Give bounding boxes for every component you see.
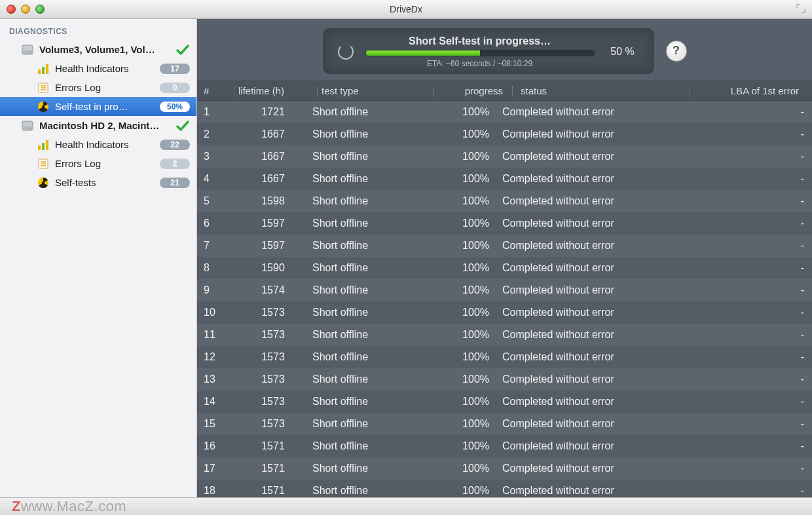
cell-lba: -: [699, 440, 812, 452]
table-row[interactable]: 51598Short offline100%Completed without …: [197, 190, 812, 212]
col-header-progress[interactable]: progress: [437, 85, 512, 96]
cell-type: Short offline: [312, 329, 424, 341]
close-button[interactable]: [7, 5, 16, 14]
cell-index: 14: [197, 396, 234, 408]
sidebar-item-label: Errors Log: [55, 82, 160, 93]
table-row[interactable]: 11721Short offline100%Completed without …: [197, 101, 812, 123]
zoom-button[interactable]: [35, 5, 45, 14]
window-titlebar: DriveDx: [0, 0, 812, 19]
cell-progress: 100%: [424, 329, 498, 341]
sidebar-badge: 50%: [160, 102, 190, 112]
sidebar-item-health[interactable]: Health Indicators22: [0, 135, 196, 154]
col-header-lifetime[interactable]: lifetime (h): [238, 85, 317, 96]
table-row[interactable]: 171571Short offline100%Completed without…: [197, 457, 812, 480]
cell-status: Completed without error: [498, 128, 699, 140]
table-row[interactable]: 91574Short offline100%Completed without …: [197, 279, 812, 301]
table-row[interactable]: 71597Short offline100%Completed without …: [197, 235, 812, 257]
cell-lifetime: 1590: [234, 262, 312, 274]
cell-type: Short offline: [312, 262, 424, 274]
svg-point-14: [30, 128, 31, 129]
cell-type: Short offline: [312, 351, 424, 363]
sidebar-item-label: Self-test in pro…: [55, 101, 160, 112]
table-row[interactable]: 141573Short offline100%Completed without…: [197, 391, 812, 413]
cell-index: 9: [197, 284, 234, 296]
cell-index: 6: [197, 218, 234, 229]
table-row[interactable]: 101573Short offline100%Completed without…: [197, 301, 812, 324]
table-row[interactable]: 21667Short offline100%Completed without …: [197, 123, 812, 145]
sidebar-badge: 2: [160, 159, 190, 169]
cell-status: Completed without error: [498, 262, 699, 274]
cell-progress: 100%: [424, 351, 498, 363]
cell-status: Completed without error: [498, 284, 699, 296]
cell-lba: -: [699, 463, 812, 474]
svg-rect-15: [38, 145, 41, 150]
svg-rect-3: [38, 69, 41, 74]
fullscreen-icon[interactable]: [796, 4, 805, 13]
table-row[interactable]: 151573Short offline100%Completed without…: [197, 413, 812, 435]
cell-lba: -: [699, 128, 812, 140]
cell-lifetime: 1574: [234, 284, 312, 296]
cell-lifetime: 1573: [234, 307, 312, 318]
cell-progress: 100%: [424, 106, 498, 118]
col-header-index[interactable]: #: [197, 85, 234, 96]
cell-lba: -: [699, 418, 812, 430]
col-header-status[interactable]: status: [517, 85, 690, 96]
sidebar-badge: 21: [160, 178, 190, 188]
table-row[interactable]: 181571Short offline100%Completed without…: [197, 480, 812, 497]
cell-status: Completed without error: [498, 485, 699, 497]
table-row[interactable]: 111573Short offline100%Completed without…: [197, 324, 812, 346]
cell-index: 3: [197, 151, 234, 162]
cell-progress: 100%: [424, 128, 498, 140]
spinner-icon: [338, 44, 354, 60]
cell-status: Completed without error: [498, 240, 699, 252]
sidebar-item-label: Macintosh HD 2, Macint…: [39, 120, 175, 131]
cell-lba: -: [699, 151, 812, 162]
sidebar-drive[interactable]: Volume3, Volume1, Vol…: [0, 40, 196, 59]
cell-index: 15: [197, 418, 234, 430]
svg-point-11: [42, 105, 45, 108]
cell-type: Short offline: [312, 396, 424, 408]
cell-lifetime: 1573: [234, 373, 312, 385]
col-header-lba[interactable]: LBA of 1st error: [694, 85, 807, 96]
cell-status: Completed without error: [498, 106, 699, 118]
col-header-type[interactable]: test type: [322, 85, 433, 96]
cell-lba: -: [699, 195, 812, 207]
table-row[interactable]: 161571Short offline100%Completed without…: [197, 435, 812, 457]
watermark: Zwww.MacZ.com: [12, 498, 126, 515]
cell-lba: -: [699, 485, 812, 497]
table-body[interactable]: 11721Short offline100%Completed without …: [197, 101, 812, 497]
sidebar-badge: 0: [160, 83, 190, 93]
table-row[interactable]: 31667Short offline100%Completed without …: [197, 145, 812, 168]
sidebar-item-errors[interactable]: Errors Log0: [0, 78, 196, 97]
cell-type: Short offline: [312, 195, 424, 207]
cell-type: Short offline: [312, 151, 424, 162]
progress-banner: Short Self-test in progress… ETA: ~60 se…: [323, 28, 654, 74]
cell-lba: -: [699, 329, 812, 341]
progress-eta: ETA: ~60 seconds / ~08:10:29: [365, 59, 595, 68]
cell-type: Short offline: [312, 307, 424, 318]
help-button[interactable]: ?: [666, 41, 687, 62]
sidebar-drive[interactable]: Macintosh HD 2, Macint…: [0, 116, 196, 135]
cell-status: Completed without error: [498, 351, 699, 363]
cell-status: Completed without error: [498, 373, 699, 385]
table-row[interactable]: 121573Short offline100%Completed without…: [197, 346, 812, 368]
cell-lifetime: 1571: [234, 485, 312, 497]
sidebar-item-selftest[interactable]: Self-test in pro…50%: [0, 97, 196, 116]
progress-fill: [366, 50, 480, 56]
table-row[interactable]: 131573Short offline100%Completed without…: [197, 368, 812, 391]
cell-type: Short offline: [312, 463, 424, 474]
cell-status: Completed without error: [498, 329, 699, 341]
svg-rect-17: [46, 140, 48, 150]
table-row[interactable]: 41667Short offline100%Completed without …: [197, 168, 812, 190]
sidebar-item-health[interactable]: Health Indicators17: [0, 59, 196, 78]
svg-rect-16: [42, 143, 45, 150]
minimize-button[interactable]: [21, 5, 30, 14]
table-row[interactable]: 81590Short offline100%Completed without …: [197, 257, 812, 279]
table-row[interactable]: 61597Short offline100%Completed without …: [197, 212, 812, 235]
cell-progress: 100%: [424, 173, 498, 185]
sidebar-item-errors[interactable]: Errors Log2: [0, 154, 196, 173]
sidebar-item-selftest[interactable]: Self-tests21: [0, 173, 196, 192]
sidebar: DIAGNOSTICS Volume3, Volume1, Vol…Health…: [0, 19, 197, 497]
cell-lifetime: 1571: [234, 440, 312, 452]
sidebar-heading: DIAGNOSTICS: [0, 24, 196, 40]
